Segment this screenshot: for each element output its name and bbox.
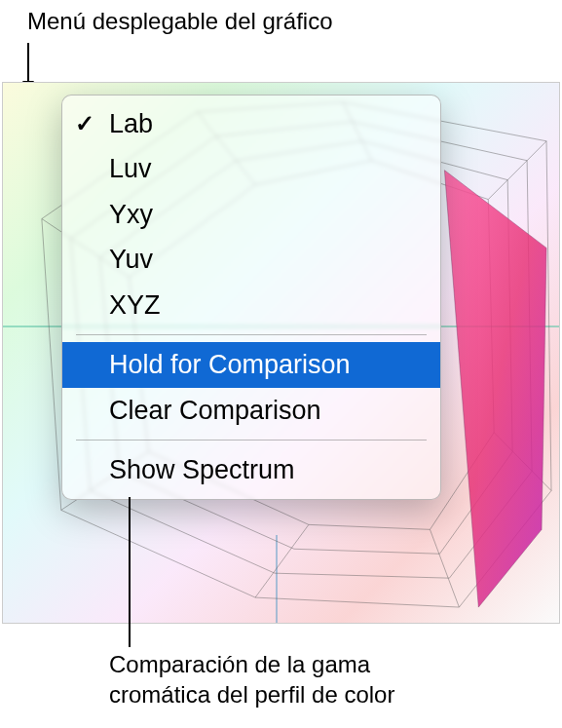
checkmark-icon: ✓ [75, 108, 94, 139]
callout-bottom-line2: cromática del perfil de color [109, 679, 394, 709]
callout-bottom-label: Comparación de la gama cromática del per… [109, 649, 394, 709]
svg-line-3 [430, 529, 459, 607]
menu-item-label: Show Spectrum [109, 455, 295, 484]
menu-item-label: Clear Comparison [109, 396, 321, 425]
menu-item-label: Lab [109, 109, 153, 138]
svg-line-1 [488, 141, 546, 200]
menu-item-show-spectrum[interactable]: Show Spectrum [62, 447, 440, 492]
menu-item-label: Yxy [109, 200, 153, 229]
callout-bottom-line1: Comparación de la gama [109, 649, 394, 679]
callout-bottom-line [129, 497, 131, 647]
menu-item-label: Luv [109, 154, 152, 183]
menu-separator [76, 440, 427, 441]
color-profile-viewport[interactable]: ✓ Lab Luv Yxy Yuv XYZ Hold for Compariso… [2, 82, 560, 624]
menu-separator [76, 334, 427, 335]
menu-item-luv[interactable]: Luv [62, 146, 440, 191]
chart-popup-menu: ✓ Lab Luv Yxy Yuv XYZ Hold for Compariso… [61, 95, 441, 500]
menu-item-label: Hold for Comparison [109, 350, 351, 379]
menu-item-yuv[interactable]: Yuv [62, 237, 440, 282]
callout-top-label: Menú desplegable del gráfico [27, 8, 333, 35]
menu-item-clear-comparison[interactable]: Clear Comparison [62, 388, 440, 433]
menu-item-label: XYZ [109, 290, 161, 320]
menu-item-yxy[interactable]: Yxy [62, 192, 440, 237]
menu-item-lab[interactable]: ✓ Lab [62, 101, 440, 146]
menu-item-label: Yuv [109, 245, 153, 274]
menu-item-xyz[interactable]: XYZ [62, 283, 440, 327]
menu-item-hold-comparison[interactable]: Hold for Comparison [62, 342, 440, 387]
